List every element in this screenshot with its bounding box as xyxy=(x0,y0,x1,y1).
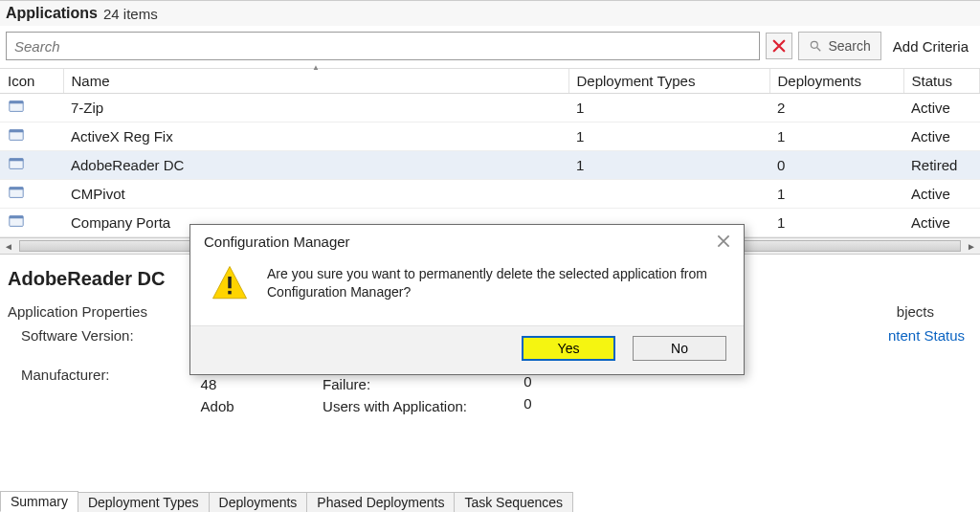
warning-icon xyxy=(210,263,250,306)
col-status[interactable]: Status xyxy=(903,69,980,94)
svg-rect-6 xyxy=(10,159,23,162)
dialog-message: Are you sure you want to permanently del… xyxy=(267,263,726,301)
label-failure: Failure: xyxy=(323,376,476,392)
label-users-app: Users with Application: xyxy=(323,398,476,414)
label-software-version: Software Version: xyxy=(21,327,134,344)
section-app-properties: Application Properties xyxy=(8,303,186,320)
dialog-no-button[interactable]: No xyxy=(633,336,726,361)
application-icon xyxy=(0,209,63,237)
table-row[interactable]: AdobeReader DC10Retired xyxy=(0,151,980,180)
cell-name: ActiveX Reg Fix xyxy=(63,122,568,151)
table-row[interactable]: ActiveX Reg Fix11Active xyxy=(0,122,980,151)
application-icon xyxy=(0,151,63,180)
svg-rect-11 xyxy=(228,277,232,288)
header-bar: Applications 24 items xyxy=(0,0,980,26)
col-deployments[interactable]: Deployments xyxy=(769,69,903,94)
magnifier-icon xyxy=(809,39,822,53)
cell-name: AdobeReader DC xyxy=(63,151,568,180)
cell-status: Active xyxy=(903,94,980,122)
value-users: 0 xyxy=(523,395,531,412)
svg-point-0 xyxy=(812,41,818,48)
cell-deployments: 0 xyxy=(769,151,903,180)
scroll-left-icon[interactable]: ◄ xyxy=(0,238,17,254)
x-icon xyxy=(770,37,788,55)
cell-deployments: 2 xyxy=(769,94,903,122)
search-button[interactable]: Search xyxy=(798,32,880,60)
section-related-objects: bjects xyxy=(897,303,972,320)
dialog-title: Configuration Manager xyxy=(204,234,350,250)
tab-phased-deployments[interactable]: Phased Deployments xyxy=(306,492,455,512)
table-header-row: Icon Name Deployment Types Deployments S… xyxy=(0,69,980,94)
cell-status: Active xyxy=(903,122,980,151)
svg-rect-4 xyxy=(10,130,23,133)
search-row: Search Add Criteria xyxy=(0,26,980,68)
cell-name: 7-Zip xyxy=(63,94,568,122)
cell-deploy-types: 1 xyxy=(568,94,769,122)
cell-name: CMPivot xyxy=(63,180,568,209)
scroll-right-icon[interactable]: ► xyxy=(963,238,980,254)
table-row[interactable]: 7-Zip12Active xyxy=(0,94,980,122)
svg-rect-2 xyxy=(10,101,23,104)
clear-search-button[interactable] xyxy=(766,33,792,59)
tab-summary[interactable]: Summary xyxy=(0,491,78,512)
cell-deploy-types xyxy=(568,180,769,209)
cell-deployments: 1 xyxy=(769,122,903,151)
dialog-close-button[interactable] xyxy=(715,233,732,250)
col-name[interactable]: Name xyxy=(63,69,568,94)
close-icon xyxy=(715,233,732,250)
col-deploy-types[interactable]: Deployment Types xyxy=(568,69,769,94)
cell-status: Active xyxy=(903,209,980,237)
tab-deployment-types[interactable]: Deployment Types xyxy=(78,492,210,512)
value-failure: 0 xyxy=(523,373,531,390)
add-criteria-link[interactable]: Add Criteria xyxy=(887,38,974,55)
application-icon xyxy=(0,94,63,122)
value-manufacturer: Adob xyxy=(201,398,237,414)
cell-deployments: 1 xyxy=(769,209,903,237)
tab-deployments[interactable]: Deployments xyxy=(209,492,308,512)
item-count: 24 items xyxy=(103,6,158,22)
col-icon[interactable]: Icon xyxy=(0,69,63,94)
content-status-link[interactable]: ntent Status xyxy=(888,327,965,344)
bottom-tabs: SummaryDeployment TypesDeploymentsPhased… xyxy=(0,489,572,512)
table-row[interactable]: CMPivot1Active xyxy=(0,180,980,209)
tab-task-sequences[interactable]: Task Sequences xyxy=(454,492,573,512)
svg-rect-10 xyxy=(10,216,23,219)
svg-rect-8 xyxy=(10,188,23,190)
svg-rect-12 xyxy=(228,291,232,295)
confirm-delete-dialog: Configuration Manager Are you sure you w… xyxy=(189,224,745,375)
search-button-label: Search xyxy=(828,38,870,54)
cell-deploy-types: 1 xyxy=(568,122,769,151)
value-count: 48 xyxy=(201,376,237,392)
section-title: Applications xyxy=(6,5,98,22)
application-icon xyxy=(0,180,63,209)
application-icon xyxy=(0,122,63,151)
cell-status: Active xyxy=(903,180,980,209)
label-manufacturer: Manufacturer: xyxy=(21,367,134,383)
cell-deploy-types: 1 xyxy=(568,151,769,180)
dialog-yes-button[interactable]: Yes xyxy=(522,336,615,361)
search-input[interactable] xyxy=(6,32,760,60)
cell-deployments: 1 xyxy=(769,180,903,209)
cell-status: Retired xyxy=(903,151,980,180)
